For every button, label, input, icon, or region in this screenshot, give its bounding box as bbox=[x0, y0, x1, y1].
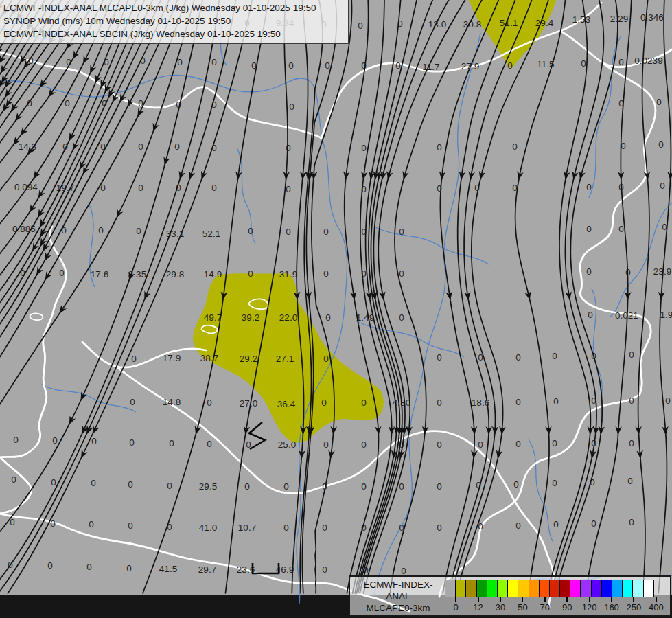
station-value: 0 bbox=[321, 398, 327, 408]
station-value: 17.6 bbox=[91, 269, 108, 279]
station-value: 0 bbox=[399, 312, 404, 323]
station-value: 1.9 bbox=[660, 310, 672, 320]
station-value: 0 bbox=[8, 560, 13, 570]
station-value: 0 bbox=[130, 397, 135, 407]
station-value: 0 bbox=[169, 438, 174, 448]
station-value: 0 bbox=[323, 354, 329, 364]
station-value: 23.6 bbox=[237, 564, 255, 575]
station-value: 0 bbox=[13, 435, 19, 445]
station-value: 31.9 bbox=[279, 269, 297, 279]
station-value: 46.9 bbox=[276, 564, 294, 575]
station-value: 2.29 bbox=[610, 14, 628, 24]
station-value: 0 bbox=[104, 57, 109, 67]
station-value: 0 bbox=[437, 439, 442, 450]
station-value: 0 bbox=[618, 224, 624, 234]
legend-tick-mark bbox=[544, 597, 546, 602]
station-value: 0 bbox=[100, 183, 106, 193]
legend-swatch bbox=[529, 580, 540, 597]
legend-tick-mark bbox=[522, 597, 523, 602]
legend-tick-label: 12 bbox=[473, 602, 483, 613]
legend-box: ECMWF-INDEX-ANAL MLCAPE0-3km J/kg 012305… bbox=[349, 575, 671, 616]
station-value: 0 bbox=[474, 183, 480, 193]
station-value: 0 bbox=[98, 225, 104, 236]
station-value: 0 bbox=[248, 268, 253, 279]
legend-tick-mark bbox=[455, 597, 456, 602]
station-value: 23.9 bbox=[653, 266, 671, 277]
station-value: 0 bbox=[20, 268, 25, 278]
station-value: 0 bbox=[586, 224, 592, 234]
station-value: 33.1 bbox=[166, 229, 184, 239]
station-value: 0 bbox=[437, 142, 442, 152]
legend-swatch bbox=[497, 580, 508, 597]
station-value: 0 bbox=[660, 181, 665, 191]
legend-tick-label: 90 bbox=[562, 602, 572, 613]
station-value: 0 bbox=[248, 226, 253, 236]
legend-swatch bbox=[559, 580, 570, 597]
station-value: 0 bbox=[361, 184, 367, 194]
station-value: 0 bbox=[399, 227, 404, 237]
legend-tick-mark bbox=[566, 597, 568, 602]
station-value: 38.7 bbox=[200, 353, 218, 363]
station-value: 0 bbox=[65, 98, 70, 108]
station-value: 0 bbox=[658, 139, 664, 150]
station-value: 0 bbox=[323, 439, 329, 450]
station-value: 0 bbox=[283, 523, 289, 533]
station-value: 27.9 bbox=[461, 61, 479, 71]
station-value: 0 bbox=[586, 182, 592, 192]
station-value: 0 bbox=[28, 56, 34, 66]
station-value: 10.7 bbox=[238, 523, 256, 533]
legend-tick-mark bbox=[478, 597, 479, 602]
legend-tick-label: 120 bbox=[582, 602, 597, 613]
legend-tick-scale: 01230507090120160250400 bbox=[445, 597, 669, 614]
legend-swatch bbox=[455, 580, 466, 597]
station-value: 0 bbox=[515, 520, 521, 531]
legend-unit: J/kg bbox=[353, 614, 443, 618]
legend-colorbar bbox=[445, 580, 654, 597]
station-value: 0 bbox=[588, 310, 593, 320]
station-value: 0 bbox=[361, 523, 367, 533]
station-value: 3.35 bbox=[128, 269, 146, 279]
station-value: 0 bbox=[629, 350, 634, 360]
station-value: 0 bbox=[11, 474, 16, 485]
station-value: 0 bbox=[211, 143, 217, 153]
station-value: 27.1 bbox=[276, 354, 294, 364]
legend-swatch bbox=[539, 580, 550, 597]
station-value: 0 bbox=[100, 141, 106, 152]
station-value: 0 bbox=[656, 97, 662, 107]
station-value: 18.6 bbox=[472, 398, 489, 408]
header-line-synop-wind: SYNOP Wind (m/s) 10m Wednesday 01-10-202… bbox=[3, 14, 345, 27]
station-value: 0 bbox=[618, 98, 624, 108]
station-value: 0 bbox=[591, 351, 596, 361]
legend-tick-label: 400 bbox=[649, 602, 664, 613]
station-value: 0 bbox=[167, 481, 172, 491]
station-value: 0 bbox=[286, 227, 291, 237]
station-value: 29.7 bbox=[198, 564, 216, 575]
station-value: 0 bbox=[358, 21, 363, 31]
legend-swatch bbox=[622, 580, 633, 597]
station-value: 1.53 bbox=[572, 14, 590, 25]
station-value: 0 bbox=[361, 398, 367, 408]
station-value: 41.5 bbox=[159, 564, 177, 574]
station-value: 0 bbox=[27, 98, 32, 108]
station-value: 0 bbox=[478, 521, 483, 531]
legend-tick-mark bbox=[589, 597, 590, 602]
station-value: 0 bbox=[399, 268, 404, 279]
station-value: 11.7 bbox=[422, 62, 439, 72]
station-value: 0 bbox=[286, 184, 291, 194]
station-value: 0 bbox=[138, 183, 143, 193]
station-value: 0 bbox=[512, 183, 518, 193]
station-value: 0 bbox=[399, 481, 404, 492]
legend-swatch bbox=[580, 580, 591, 597]
station-value: 13.0 bbox=[428, 19, 446, 30]
station-value: 27.0 bbox=[240, 398, 257, 409]
legend-swatch bbox=[632, 580, 643, 597]
station-value: 14.8 bbox=[163, 397, 181, 407]
legend-tick-label: 30 bbox=[496, 602, 505, 613]
station-value: 0 bbox=[211, 100, 217, 110]
station-value: 0 bbox=[515, 439, 521, 449]
station-value: 0 bbox=[66, 57, 71, 67]
station-value: 22.0 bbox=[279, 312, 297, 323]
station-value: 0.0239 bbox=[634, 56, 662, 66]
station-value: 4.80 bbox=[393, 398, 410, 408]
station-value: 0 bbox=[51, 477, 56, 488]
